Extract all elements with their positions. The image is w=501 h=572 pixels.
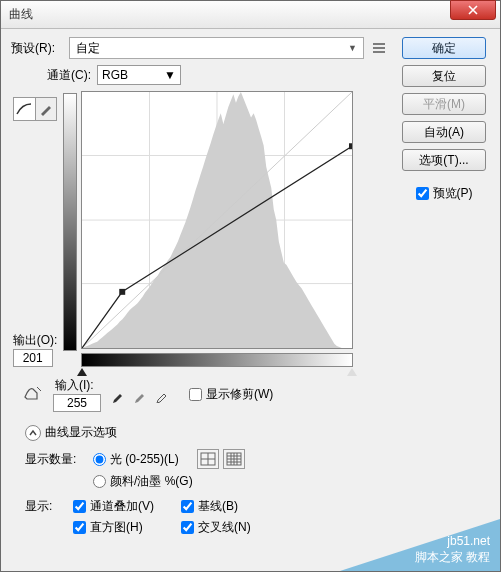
radio-pigment-input[interactable] (93, 475, 106, 488)
check-intersection[interactable]: 交叉线(N) (181, 519, 251, 536)
check-baseline-input[interactable] (181, 500, 194, 513)
check-channel-overlay-label: 通道叠加(V) (90, 498, 154, 515)
close-button[interactable] (450, 0, 496, 20)
curve-pencil-mode-icon[interactable] (36, 98, 57, 120)
curve-point-mode-icon[interactable] (14, 98, 36, 120)
show-amount-label: 显示数量: (25, 451, 85, 468)
show-clipping-label: 显示修剪(W) (206, 386, 273, 403)
curve-mode-toggle[interactable] (13, 97, 57, 121)
watermark-line2: 脚本之家 教程 (415, 550, 490, 564)
chevron-down-icon: ▼ (164, 68, 176, 82)
close-icon (468, 5, 478, 15)
radio-light-input[interactable] (93, 453, 106, 466)
options-button[interactable]: 选项(T)... (402, 149, 486, 171)
radio-pigment-label: 颜料/油墨 %(G) (110, 473, 193, 490)
svg-rect-9 (349, 143, 352, 149)
channel-value: RGB (102, 68, 128, 82)
svg-rect-8 (119, 289, 125, 295)
output-label: 输出(O): (13, 332, 58, 349)
black-eyedropper-icon[interactable] (109, 385, 129, 405)
grid-fine-icon[interactable] (223, 449, 245, 469)
black-point-slider[interactable] (77, 368, 87, 376)
reset-button[interactable]: 复位 (402, 65, 486, 87)
expander-toggle[interactable] (25, 425, 41, 441)
ok-button[interactable]: 确定 (402, 37, 486, 59)
channel-label: 通道(C): (47, 67, 91, 84)
preview-checkbox[interactable]: 预览(P) (416, 185, 473, 202)
gray-eyedropper-icon[interactable] (131, 385, 151, 405)
white-eyedropper-icon[interactable] (153, 385, 173, 405)
check-histogram-label: 直方图(H) (90, 519, 143, 536)
chevron-down-icon: ▼ (348, 43, 357, 53)
check-channel-overlay[interactable]: 通道叠加(V) (73, 498, 173, 515)
preview-input[interactable] (416, 187, 429, 200)
input-label: 输入(I): (55, 377, 101, 394)
radio-light[interactable]: 光 (0-255)(L) (93, 451, 179, 468)
check-histogram[interactable]: 直方图(H) (73, 519, 173, 536)
input-field[interactable]: 255 (53, 394, 101, 412)
radio-light-label: 光 (0-255)(L) (110, 451, 179, 468)
check-baseline-label: 基线(B) (198, 498, 238, 515)
preset-dropdown[interactable]: 自定 ▼ (69, 37, 364, 59)
check-channel-overlay-input[interactable] (73, 500, 86, 513)
smooth-button[interactable]: 平滑(M) (402, 93, 486, 115)
output-field[interactable]: 201 (13, 349, 53, 367)
curve-plot[interactable] (81, 91, 353, 349)
check-intersection-input[interactable] (181, 521, 194, 534)
target-adjust-icon[interactable] (21, 383, 45, 406)
preset-value: 自定 (76, 40, 100, 57)
show-clipping-checkbox[interactable]: 显示修剪(W) (189, 386, 273, 403)
grid-coarse-icon[interactable] (197, 449, 219, 469)
window-title: 曲线 (9, 6, 450, 23)
input-gradient-bar[interactable] (81, 353, 353, 367)
chevron-up-icon (29, 429, 37, 437)
preview-label: 预览(P) (433, 185, 473, 202)
show-label: 显示: (25, 498, 65, 515)
channel-dropdown[interactable]: RGB ▼ (97, 65, 181, 85)
show-clipping-input[interactable] (189, 388, 202, 401)
check-baseline[interactable]: 基线(B) (181, 498, 238, 515)
white-point-slider[interactable] (347, 368, 357, 376)
radio-pigment[interactable]: 颜料/油墨 %(G) (93, 473, 193, 490)
check-intersection-label: 交叉线(N) (198, 519, 251, 536)
output-gradient-bar (63, 93, 77, 351)
title-bar: 曲线 (1, 1, 500, 29)
auto-button[interactable]: 自动(A) (402, 121, 486, 143)
preset-menu-icon[interactable] (370, 39, 388, 57)
expander-label: 曲线显示选项 (45, 424, 117, 441)
preset-label: 预设(R): (11, 40, 63, 57)
check-histogram-input[interactable] (73, 521, 86, 534)
